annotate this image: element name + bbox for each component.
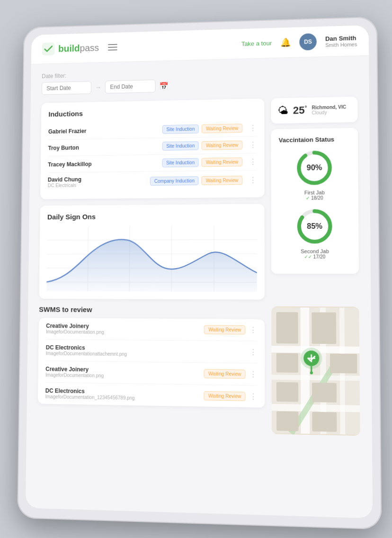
induction-name: Gabriel Frazier bbox=[48, 127, 107, 135]
first-jab-donut: 90% bbox=[295, 149, 334, 187]
hamburger-line bbox=[108, 49, 117, 50]
swms-name-wrap: DC Electronics ImageforDocumentation_123… bbox=[45, 387, 204, 402]
row-menu-icon[interactable]: ⋮ bbox=[249, 124, 257, 133]
induction-status-tag: Waiting Review bbox=[202, 157, 242, 167]
induction-name-wrap: David Chung DC Electricals bbox=[48, 176, 107, 188]
vaccination-title: Vaccintaion Status bbox=[279, 135, 350, 143]
map-svg bbox=[271, 306, 360, 436]
swms-file: ImageforDocumentation.png bbox=[46, 329, 204, 336]
vaccination-card: Vaccintaion Status 90% F bbox=[271, 128, 359, 274]
swms-row: DC Electronics ImageforDocumentation_123… bbox=[45, 383, 257, 407]
row-menu-icon[interactable]: ⋮ bbox=[249, 140, 257, 149]
svg-rect-22 bbox=[276, 353, 298, 373]
svg-rect-24 bbox=[330, 354, 357, 374]
induction-row: Tracey Mackillop Site Induction Waiting … bbox=[48, 153, 257, 173]
induction-name: Troy Burton bbox=[48, 144, 107, 151]
induction-name: David Chung bbox=[48, 176, 107, 183]
calendar-icon[interactable]: 📅 bbox=[159, 81, 169, 90]
signons-title: Daily Sign Ons bbox=[47, 212, 257, 221]
signons-chart bbox=[46, 225, 257, 292]
map-widget bbox=[271, 306, 360, 436]
svg-rect-28 bbox=[312, 412, 337, 432]
swms-section: SWMS to review Creative Joinery Imagefor… bbox=[37, 305, 265, 434]
swms-status-tag: Waiting Review bbox=[204, 325, 245, 334]
induction-row: David Chung DC Electricals Company Induc… bbox=[48, 170, 257, 192]
swms-row: Creative Joinery ImageforDocumentation.p… bbox=[45, 361, 257, 386]
induction-type-tag: Company Induction bbox=[150, 176, 199, 186]
row-menu-icon[interactable]: ⋮ bbox=[249, 157, 257, 166]
user-info: Dan Smith Smith Homes bbox=[325, 34, 357, 48]
first-jab-info: First Jab ✓ 18/20 bbox=[304, 189, 325, 200]
swms-name-wrap: DC Electronics ImageforDocumentationatta… bbox=[46, 344, 246, 358]
swms-status-tag: Waiting Review bbox=[204, 369, 246, 378]
weather-description: Cloudy bbox=[312, 109, 347, 115]
start-date-input[interactable] bbox=[42, 81, 91, 95]
svg-rect-25 bbox=[276, 382, 298, 402]
first-jab-count: ✓ 18/20 bbox=[304, 195, 325, 200]
second-jab-donut: 85% bbox=[295, 207, 334, 245]
hamburger-line bbox=[108, 47, 117, 48]
swms-name-wrap: Creative Joinery ImageforDocumentation.p… bbox=[45, 366, 204, 379]
hamburger-line bbox=[108, 44, 117, 45]
weather-location-wrap: Richmond, VIC Cloudy bbox=[312, 104, 347, 115]
induction-status-tag: Waiting Review bbox=[202, 141, 242, 150]
row-menu-icon[interactable]: ⋮ bbox=[249, 176, 257, 185]
induction-name-wrap: Troy Burton bbox=[48, 144, 107, 151]
induction-type-tag: Site Induction bbox=[162, 125, 199, 134]
take-tour-link[interactable]: Take a tour bbox=[241, 39, 272, 47]
first-jab-percent: 90% bbox=[307, 163, 322, 172]
second-jab-percent: 85% bbox=[307, 222, 322, 231]
induction-type-tag: Site Induction bbox=[162, 158, 199, 168]
bell-icon[interactable]: 🔔 bbox=[280, 37, 291, 48]
weather-temp: 25° bbox=[293, 104, 307, 117]
two-col-layout: Inductions Gabriel Frazier Site Inductio… bbox=[39, 97, 359, 300]
induction-tags: Site Induction Waiting Review ⋮ bbox=[162, 140, 257, 151]
second-jab-count: ✓✓ 17/20 bbox=[301, 254, 329, 260]
main-content: Date filter: → 📅 Inductions Gabriel Fraz… bbox=[27, 56, 372, 446]
induction-name-wrap: Gabriel Frazier bbox=[48, 127, 107, 135]
svg-rect-21 bbox=[276, 312, 298, 343]
right-col: 🌤 25° Richmond, VIC Cloudy Vaccintaion S… bbox=[271, 97, 359, 274]
header-right: Take a tour 🔔 DS Dan Smith Smith Homes bbox=[241, 32, 357, 52]
svg-rect-26 bbox=[312, 383, 337, 403]
date-arrow-icon: → bbox=[95, 83, 102, 91]
induction-type-tag: Site Induction bbox=[162, 141, 199, 151]
hamburger-menu[interactable] bbox=[108, 44, 117, 51]
swms-menu-icon[interactable]: ⋮ bbox=[249, 325, 257, 334]
end-date-input[interactable] bbox=[105, 80, 156, 94]
daily-signons-card: Daily Sign Ons bbox=[39, 204, 265, 299]
svg-rect-27 bbox=[276, 411, 298, 431]
swms-row: DC Electronics ImageforDocumentationatta… bbox=[45, 340, 257, 364]
inductions-card: Inductions Gabriel Frazier Site Inductio… bbox=[40, 99, 264, 199]
second-jab-label: Second Jab bbox=[301, 248, 329, 254]
swms-status-tag: Waiting Review bbox=[204, 391, 246, 401]
swms-menu-icon[interactable]: ⋮ bbox=[249, 348, 257, 357]
bottom-section: SWMS to review Creative Joinery Imagefor… bbox=[37, 305, 360, 436]
weather-card: 🌤 25° Richmond, VIC Cloudy bbox=[271, 97, 357, 124]
swms-row: Creative Joinery ImageforDocumentation.p… bbox=[46, 318, 257, 341]
induction-tags: Site Induction Waiting Review ⋮ bbox=[162, 157, 257, 167]
second-jab-info: Second Jab ✓✓ 17/20 bbox=[301, 248, 329, 259]
weather-icon: 🌤 bbox=[277, 105, 288, 117]
induction-sub: DC Electricals bbox=[48, 182, 107, 188]
swms-name-wrap: Creative Joinery ImageforDocumentation.p… bbox=[46, 323, 204, 335]
logo-text: buildpass bbox=[58, 43, 99, 54]
swms-title: SWMS to review bbox=[39, 305, 265, 314]
first-jab-donut-wrap: 90% First Jab ✓ 18/20 bbox=[279, 148, 351, 201]
inductions-title: Inductions bbox=[48, 106, 257, 118]
induction-tags: Site Induction Waiting Review ⋮ bbox=[162, 124, 257, 134]
induction-name-wrap: Tracey Mackillop bbox=[48, 161, 107, 168]
swms-card: Creative Joinery ImageforDocumentation.p… bbox=[38, 318, 265, 407]
logo: buildpass bbox=[42, 41, 99, 55]
induction-tags: Company Induction Waiting Review ⋮ bbox=[150, 176, 257, 186]
second-jab-donut-wrap: 85% Second Jab ✓✓ 17/20 bbox=[279, 207, 351, 260]
swms-menu-icon[interactable]: ⋮ bbox=[249, 392, 257, 401]
first-jab-label: First Jab bbox=[304, 189, 325, 195]
avatar: DS bbox=[299, 33, 317, 50]
logo-icon bbox=[42, 43, 55, 55]
svg-line-1 bbox=[47, 240, 257, 241]
svg-rect-23 bbox=[312, 312, 336, 344]
swms-menu-icon[interactable]: ⋮ bbox=[249, 370, 257, 379]
user-company: Smith Homes bbox=[325, 41, 357, 48]
induction-name: Tracey Mackillop bbox=[48, 161, 107, 168]
